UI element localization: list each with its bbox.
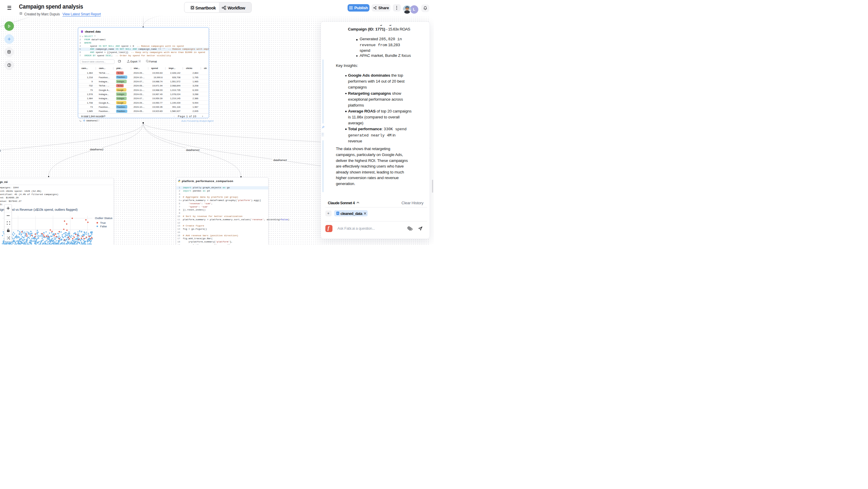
svg-text:SQL: SQL <box>337 213 339 214</box>
svg-text:SQL: SQL <box>82 31 83 32</box>
